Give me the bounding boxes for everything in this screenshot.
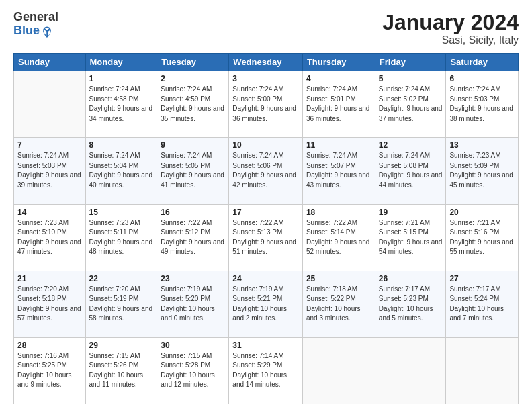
day-info: Sunrise: 7:23 AMSunset: 5:09 PMDaylight:…: [449, 151, 515, 190]
day-number: 6: [449, 74, 515, 83]
day-number: 8: [89, 140, 154, 150]
day-number: 15: [89, 208, 154, 217]
calendar-cell: 29Sunrise: 7:15 AMSunset: 5:26 PMDayligh…: [85, 337, 157, 404]
day-info: Sunrise: 7:24 AMSunset: 5:04 PMDaylight:…: [89, 151, 154, 190]
weekday-header-saturday: Saturday: [446, 54, 519, 71]
day-number: 28: [17, 340, 82, 350]
day-info: Sunrise: 7:17 AMSunset: 5:23 PMDaylight:…: [379, 285, 443, 324]
calendar-cell: [14, 71, 86, 138]
logo-icon: [41, 26, 53, 38]
day-info: Sunrise: 7:24 AMSunset: 5:06 PMDaylight:…: [232, 151, 299, 190]
calendar-cell: 8Sunrise: 7:24 AMSunset: 5:04 PMDaylight…: [85, 138, 157, 204]
day-number: 7: [17, 140, 82, 150]
day-info: Sunrise: 7:24 AMSunset: 5:03 PMDaylight:…: [449, 85, 515, 124]
calendar-week-row: 14Sunrise: 7:23 AMSunset: 5:10 PMDayligh…: [14, 204, 519, 271]
day-number: 1: [89, 74, 154, 83]
calendar-cell: 1Sunrise: 7:24 AMSunset: 4:58 PMDaylight…: [85, 71, 157, 138]
day-info: Sunrise: 7:24 AMSunset: 5:03 PMDaylight:…: [17, 151, 82, 190]
day-info: Sunrise: 7:21 AMSunset: 5:15 PMDaylight:…: [379, 218, 443, 257]
day-number: 24: [232, 274, 299, 283]
day-number: 2: [161, 74, 225, 83]
calendar-week-row: 7Sunrise: 7:24 AMSunset: 5:03 PMDaylight…: [14, 138, 519, 204]
day-info: Sunrise: 7:14 AMSunset: 5:29 PMDaylight:…: [232, 351, 299, 390]
day-info: Sunrise: 7:24 AMSunset: 5:05 PMDaylight:…: [161, 151, 225, 190]
day-info: Sunrise: 7:16 AMSunset: 5:25 PMDaylight:…: [17, 351, 82, 390]
weekday-header-monday: Monday: [85, 54, 157, 71]
day-number: 27: [449, 274, 515, 283]
day-number: 11: [306, 140, 371, 150]
calendar-cell: 10Sunrise: 7:24 AMSunset: 5:06 PMDayligh…: [229, 138, 303, 204]
day-info: Sunrise: 7:24 AMSunset: 5:01 PMDaylight:…: [306, 85, 371, 124]
month-title: January 2024: [382, 11, 519, 34]
day-info: Sunrise: 7:18 AMSunset: 5:22 PMDaylight:…: [306, 285, 371, 324]
weekday-header-thursday: Thursday: [302, 54, 375, 71]
day-number: 10: [232, 140, 299, 150]
calendar-cell: 16Sunrise: 7:22 AMSunset: 5:12 PMDayligh…: [157, 204, 229, 271]
calendar-cell: 3Sunrise: 7:24 AMSunset: 5:00 PMDaylight…: [229, 71, 303, 138]
calendar-week-row: 21Sunrise: 7:20 AMSunset: 5:18 PMDayligh…: [14, 271, 519, 337]
calendar-cell: 6Sunrise: 7:24 AMSunset: 5:03 PMDaylight…: [446, 71, 519, 138]
day-info: Sunrise: 7:15 AMSunset: 5:26 PMDaylight:…: [89, 351, 154, 390]
day-number: 30: [161, 340, 225, 350]
day-info: Sunrise: 7:20 AMSunset: 5:18 PMDaylight:…: [17, 285, 82, 324]
day-info: Sunrise: 7:19 AMSunset: 5:20 PMDaylight:…: [161, 285, 225, 324]
logo: General Blue: [13, 11, 58, 38]
day-info: Sunrise: 7:22 AMSunset: 5:12 PMDaylight:…: [161, 218, 225, 257]
day-number: 20: [449, 208, 515, 217]
day-number: 31: [232, 340, 299, 350]
logo-blue-text: Blue: [13, 24, 40, 38]
day-number: 5: [379, 74, 443, 83]
calendar-cell: 24Sunrise: 7:19 AMSunset: 5:21 PMDayligh…: [229, 271, 303, 337]
calendar-cell: 30Sunrise: 7:15 AMSunset: 5:28 PMDayligh…: [157, 337, 229, 404]
calendar-cell: 11Sunrise: 7:24 AMSunset: 5:07 PMDayligh…: [302, 138, 375, 204]
calendar-cell: [446, 337, 519, 404]
location-title: Sasi, Sicily, Italy: [382, 34, 519, 46]
day-info: Sunrise: 7:19 AMSunset: 5:21 PMDaylight:…: [232, 285, 299, 324]
day-info: Sunrise: 7:22 AMSunset: 5:14 PMDaylight:…: [306, 218, 371, 257]
weekday-header-friday: Friday: [375, 54, 446, 71]
calendar-week-row: 28Sunrise: 7:16 AMSunset: 5:25 PMDayligh…: [14, 337, 519, 404]
day-number: 14: [17, 208, 82, 217]
calendar-cell: 20Sunrise: 7:21 AMSunset: 5:16 PMDayligh…: [446, 204, 519, 271]
header: General Blue January 2024 Sasi, Sicily, …: [13, 11, 519, 46]
day-number: 9: [161, 140, 225, 150]
calendar-week-row: 1Sunrise: 7:24 AMSunset: 4:58 PMDaylight…: [14, 71, 519, 138]
calendar-cell: 26Sunrise: 7:17 AMSunset: 5:23 PMDayligh…: [375, 271, 446, 337]
day-info: Sunrise: 7:24 AMSunset: 4:58 PMDaylight:…: [89, 85, 154, 124]
weekday-header-wednesday: Wednesday: [229, 54, 303, 71]
day-number: 12: [379, 140, 443, 150]
page: General Blue January 2024 Sasi, Sicily, …: [0, 0, 532, 411]
day-info: Sunrise: 7:17 AMSunset: 5:24 PMDaylight:…: [449, 285, 515, 324]
calendar-cell: [302, 337, 375, 404]
day-info: Sunrise: 7:24 AMSunset: 5:07 PMDaylight:…: [306, 151, 371, 190]
day-number: 19: [379, 208, 443, 217]
calendar-cell: 15Sunrise: 7:23 AMSunset: 5:11 PMDayligh…: [85, 204, 157, 271]
day-info: Sunrise: 7:20 AMSunset: 5:19 PMDaylight:…: [89, 285, 154, 324]
day-number: 16: [161, 208, 225, 217]
calendar-cell: 23Sunrise: 7:19 AMSunset: 5:20 PMDayligh…: [157, 271, 229, 337]
day-number: 21: [17, 274, 82, 283]
weekday-header-sunday: Sunday: [14, 54, 86, 71]
calendar-cell: 14Sunrise: 7:23 AMSunset: 5:10 PMDayligh…: [14, 204, 86, 271]
day-number: 25: [306, 274, 371, 283]
calendar-cell: 7Sunrise: 7:24 AMSunset: 5:03 PMDaylight…: [14, 138, 86, 204]
calendar-cell: 12Sunrise: 7:24 AMSunset: 5:08 PMDayligh…: [375, 138, 446, 204]
calendar-cell: 22Sunrise: 7:20 AMSunset: 5:19 PMDayligh…: [85, 271, 157, 337]
day-number: 29: [89, 340, 154, 350]
calendar-cell: 19Sunrise: 7:21 AMSunset: 5:15 PMDayligh…: [375, 204, 446, 271]
day-number: 17: [232, 208, 299, 217]
day-number: 22: [89, 274, 154, 283]
calendar-cell: 21Sunrise: 7:20 AMSunset: 5:18 PMDayligh…: [14, 271, 86, 337]
calendar-cell: 9Sunrise: 7:24 AMSunset: 5:05 PMDaylight…: [157, 138, 229, 204]
day-info: Sunrise: 7:24 AMSunset: 5:00 PMDaylight:…: [232, 85, 299, 124]
day-number: 23: [161, 274, 225, 283]
weekday-header-tuesday: Tuesday: [157, 54, 229, 71]
calendar-table: SundayMondayTuesdayWednesdayThursdayFrid…: [13, 53, 519, 404]
day-info: Sunrise: 7:21 AMSunset: 5:16 PMDaylight:…: [449, 218, 515, 257]
day-info: Sunrise: 7:24 AMSunset: 4:59 PMDaylight:…: [161, 85, 225, 124]
calendar-cell: 25Sunrise: 7:18 AMSunset: 5:22 PMDayligh…: [302, 271, 375, 337]
day-number: 13: [449, 140, 515, 150]
calendar-cell: 31Sunrise: 7:14 AMSunset: 5:29 PMDayligh…: [229, 337, 303, 404]
day-info: Sunrise: 7:24 AMSunset: 5:08 PMDaylight:…: [379, 151, 443, 190]
logo-general-text: General: [13, 11, 58, 24]
